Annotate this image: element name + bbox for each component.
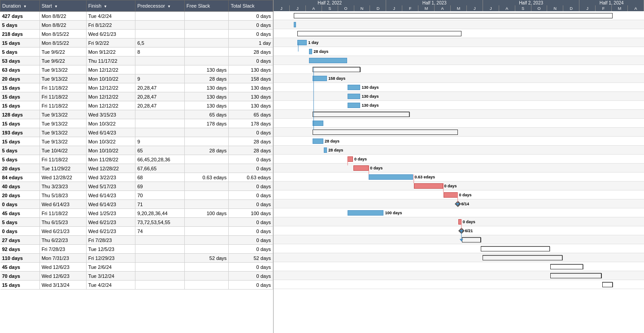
cell-23-3: 73,72,53,54,55 [135, 218, 185, 227]
table-row: 5 daysFri 11/18/22Mon 11/28/2266,45,20,2… [0, 155, 273, 164]
cell-19-0: 40 days [0, 182, 40, 191]
cell-11-0: 128 days [0, 110, 40, 119]
gantt-row: 28 days [274, 137, 644, 146]
task-table: Duration ▼ Start ▼ Finish ▼ Predecessor … [0, 0, 273, 290]
cell-15-0: 5 days [0, 146, 40, 155]
cell-21-0: 0 days [0, 200, 40, 209]
milestone-diamond [454, 201, 461, 207]
gantt-month-label: M [612, 5, 628, 11]
col-start[interactable]: Start ▼ [39, 0, 86, 12]
cell-22-5: 100 days [229, 209, 273, 218]
cell-24-2: Wed 6/21/23 [86, 227, 135, 236]
cell-6-2: Mon 12/12/22 [86, 65, 135, 74]
table-row: 15 daysFri 11/18/22Mon 12/12/2220,28,471… [0, 83, 273, 92]
cell-3-3: 6,5 [135, 39, 185, 48]
bar-label: 130 days [361, 85, 379, 90]
cell-16-1: Fri 11/18/22 [39, 155, 86, 164]
bar-label: 0 days [354, 157, 367, 161]
cell-0-3 [135, 12, 185, 21]
cell-27-0: 110 days [0, 254, 40, 263]
cell-26-2: Tue 12/5/23 [86, 245, 135, 254]
bar-label: 0 days [370, 166, 383, 170]
gantt-row: 28 days [274, 47, 644, 56]
cell-0-0: 427 days [0, 12, 40, 21]
cell-11-5: 65 days [229, 110, 273, 119]
cell-28-0: 45 days [0, 263, 40, 272]
cell-5-1: Tue 9/6/22 [39, 56, 86, 65]
bar-label: 130 days [361, 94, 379, 99]
cell-7-5: 158 days [229, 74, 273, 83]
cell-23-2: Wed 6/21/23 [86, 218, 135, 227]
gantt-row [274, 128, 644, 137]
cell-19-2: Wed 5/17/23 [86, 182, 135, 191]
gantt-bar [297, 40, 307, 45]
col-predecessor[interactable]: Predecessor ▼ [135, 0, 185, 12]
cell-1-3 [135, 21, 185, 30]
table-row: 427 daysMon 8/8/22Tue 4/2/240 days [0, 12, 273, 21]
cell-9-5: 130 days [229, 92, 273, 101]
cell-14-3: 9 [135, 137, 185, 146]
cell-30-1: Wed 3/13/24 [39, 281, 86, 290]
gantt-bar [309, 49, 312, 54]
bar-label: 28 days [313, 49, 328, 54]
cell-3-0: 15 days [0, 39, 40, 48]
cell-7-2: Mon 10/10/22 [86, 74, 135, 83]
table-row: 63 daysTue 9/13/22Mon 12/12/22130 days13… [0, 65, 273, 74]
cell-29-0: 70 days [0, 272, 40, 281]
cell-10-1: Fri 11/18/22 [39, 101, 86, 110]
bar-label: 100 days [385, 211, 402, 215]
cell-6-4: 130 days [184, 65, 229, 74]
col-finish[interactable]: Finish ▼ [86, 0, 135, 12]
gantt-bar [458, 219, 461, 225]
gantt-bar [348, 210, 383, 216]
cell-23-0: 5 days [0, 218, 40, 227]
cell-2-5: 0 days [229, 30, 273, 39]
gantt-bar [297, 31, 461, 36]
gantt-bar [313, 112, 409, 117]
bar-label: 0 days [444, 184, 457, 188]
cell-13-1: Tue 9/13/22 [39, 128, 86, 137]
cell-7-3: 9 [135, 74, 185, 83]
cell-4-2: Mon 9/12/22 [86, 48, 135, 56]
col-free-slack[interactable]: Free Slack [184, 0, 229, 12]
cell-4-5: 28 days [229, 48, 273, 56]
cell-28-4 [184, 263, 229, 272]
gantt-month-label: O [338, 5, 354, 11]
cell-27-3 [135, 254, 185, 263]
cell-21-4 [184, 200, 229, 209]
gantt-bar [313, 138, 323, 144]
cell-6-0: 63 days [0, 65, 40, 74]
cell-27-1: Mon 7/31/23 [39, 254, 86, 263]
gantt-row: 130 days [274, 101, 644, 110]
gantt-row [274, 11, 644, 20]
cell-25-0: 27 days [0, 236, 40, 245]
gantt-row [274, 119, 644, 128]
cell-20-1: Thu 5/18/23 [39, 191, 86, 200]
gantt-month-label: S [515, 5, 531, 11]
table-row: 218 daysMon 8/15/22Wed 6/21/230 days [0, 30, 273, 39]
gantt-half-label: Half 1, 2024 [579, 0, 644, 5]
cell-0-2: Tue 4/2/24 [86, 12, 135, 21]
table-row: 110 daysMon 7/31/23Fri 12/29/2352 days52… [0, 254, 273, 263]
cell-2-4 [184, 30, 229, 39]
gantt-month-label: M [418, 5, 435, 11]
cell-13-3 [135, 128, 185, 137]
col-total-slack[interactable]: Total Slack [229, 0, 273, 12]
gantt-bar [602, 282, 613, 287]
bar-label: 6/14 [461, 202, 470, 206]
table-row: 5 daysTue 10/4/22Mon 10/10/226528 days28… [0, 146, 273, 155]
cell-21-1: Wed 6/14/23 [39, 200, 86, 209]
cell-4-4 [184, 48, 229, 56]
cell-24-0: 0 days [0, 227, 40, 236]
cell-16-2: Mon 11/28/22 [86, 155, 135, 164]
gantt-month-label: A [499, 5, 515, 11]
cell-9-4: 130 days [184, 92, 229, 101]
cell-27-4: 52 days [184, 254, 229, 263]
col-duration[interactable]: Duration ▼ [0, 0, 40, 12]
table-header-row: Duration ▼ Start ▼ Finish ▼ Predecessor … [0, 0, 273, 12]
cell-19-5: 0 days [229, 182, 273, 191]
gantt-bar [324, 147, 327, 153]
cell-1-4 [184, 21, 229, 30]
cell-8-0: 15 days [0, 83, 40, 92]
cell-2-3 [135, 30, 185, 39]
